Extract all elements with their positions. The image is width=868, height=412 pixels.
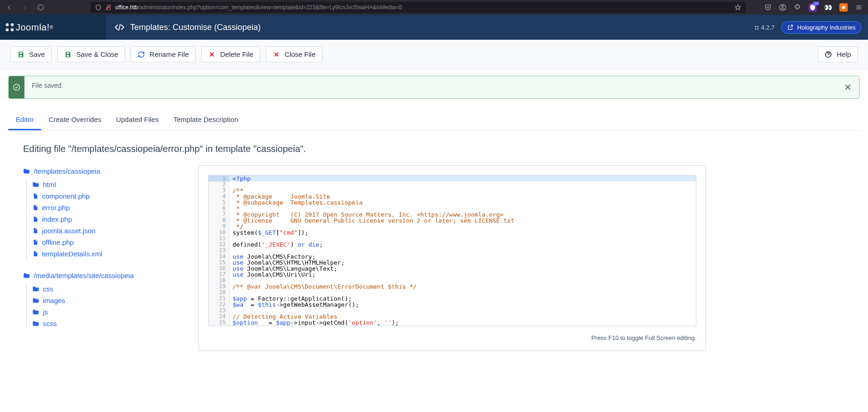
file-icon xyxy=(32,204,38,211)
extensions-icon[interactable] xyxy=(794,4,801,11)
tab-editor[interactable]: Editor xyxy=(8,109,41,130)
toolbar: Save Save & Close Rename File Delete Fil… xyxy=(0,40,868,69)
svg-point-14 xyxy=(757,28,759,30)
tree-root-templates[interactable]: /templates/cassiopeia xyxy=(23,167,189,175)
tab-updated-files[interactable]: Updated Files xyxy=(108,109,166,130)
bookmark-icon[interactable] xyxy=(735,4,741,11)
file-tree: /templates/cassiopeia html component.php… xyxy=(23,165,189,351)
browser-chrome: office.htb/administrator/index.php?optio… xyxy=(0,0,868,15)
file-icon xyxy=(32,239,38,246)
tree-item-asset[interactable]: joomla.asset.json xyxy=(32,225,189,236)
ext-foxyproxy-icon[interactable]: 👀 xyxy=(824,4,832,11)
success-alert: File saved. ✕ xyxy=(8,76,860,99)
tree-root-media[interactable]: /media/templates/site/cassiopeia xyxy=(23,272,189,279)
help-icon xyxy=(825,51,832,58)
save-close-button[interactable]: Save & Close xyxy=(57,46,125,62)
version-label: 4.2.7 xyxy=(754,24,775,31)
svg-point-12 xyxy=(757,26,759,27)
file-icon xyxy=(32,216,38,223)
joomla-logo[interactable]: Joomla!® xyxy=(0,21,106,33)
reload-icon[interactable] xyxy=(37,4,44,11)
pocket-icon[interactable] xyxy=(764,4,772,11)
folder-icon xyxy=(32,309,39,315)
svg-point-10 xyxy=(11,28,13,31)
success-icon xyxy=(9,76,24,98)
folder-icon xyxy=(32,297,39,303)
ext-badge-ublock[interactable]: 12 xyxy=(808,3,817,12)
joomla-header: Joomla!® Templates: Customise (Cassiopei… xyxy=(0,15,868,40)
alert-close-button[interactable]: ✕ xyxy=(837,76,859,98)
tree-item-scss[interactable]: scss xyxy=(32,318,189,329)
rename-file-button[interactable]: Rename File xyxy=(131,46,196,62)
code-icon xyxy=(114,22,125,32)
save-icon xyxy=(64,51,72,58)
svg-point-9 xyxy=(6,28,8,31)
url-path: /administrator/index.php?option=com_temp… xyxy=(138,4,401,11)
folder-icon xyxy=(32,182,39,188)
page-title: Templates: Customise (Cassiopeia) xyxy=(106,22,754,32)
folder-icon xyxy=(23,168,30,174)
x-icon xyxy=(273,51,280,58)
delete-file-button[interactable]: Delete File xyxy=(201,46,260,62)
folder-icon xyxy=(23,273,30,279)
tree-item-component[interactable]: component.php xyxy=(32,190,189,202)
editing-heading: Editing file "/templates/cassiopeia/erro… xyxy=(8,131,860,165)
tree-item-error[interactable]: error.php xyxy=(32,202,189,213)
fullscreen-hint: Press F10 to toggle Full Screen editing. xyxy=(208,326,696,341)
joomla-mini-icon xyxy=(754,25,760,30)
svg-point-7 xyxy=(6,23,8,26)
external-link-icon xyxy=(787,24,794,30)
tree-item-index[interactable]: index.php xyxy=(32,213,189,225)
save-button[interactable]: Save xyxy=(10,46,52,62)
svg-point-8 xyxy=(11,23,13,26)
ext-burp-icon[interactable]: ⬢ xyxy=(839,3,848,12)
svg-point-11 xyxy=(755,26,756,27)
tree-item-images[interactable]: images xyxy=(32,295,189,306)
account-icon[interactable] xyxy=(779,4,786,11)
folder-icon xyxy=(32,321,39,327)
tree-item-html[interactable]: html xyxy=(32,179,189,190)
open-site-button[interactable]: Holography Industries xyxy=(781,21,862,34)
tab-create-overrides[interactable]: Create Overrides xyxy=(41,109,108,130)
svg-point-13 xyxy=(755,28,756,30)
svg-point-16 xyxy=(13,84,19,90)
url-bar[interactable]: office.htb/administrator/index.php?optio… xyxy=(90,2,746,13)
tabs: Editor Create Overrides Updated Files Te… xyxy=(8,109,860,131)
forward-icon[interactable] xyxy=(21,4,29,11)
lock-icon xyxy=(105,4,112,11)
tree-item-js[interactable]: js xyxy=(32,306,189,318)
file-icon xyxy=(32,227,38,234)
tab-template-description[interactable]: Template Description xyxy=(166,109,245,130)
joomla-logo-icon xyxy=(4,21,16,33)
browser-extensions: 12 👀 ⬢ xyxy=(764,3,862,12)
svg-point-3 xyxy=(782,6,784,7)
menu-icon[interactable] xyxy=(855,4,862,11)
url-host: office.htb xyxy=(115,4,138,11)
code-editor-panel: 1<?php2 3/**4 * @package Joomla.Site5 * … xyxy=(198,165,706,351)
back-icon[interactable] xyxy=(6,4,13,11)
tree-item-css[interactable]: css xyxy=(32,283,189,295)
alert-message: File saved. xyxy=(24,76,837,98)
save-icon xyxy=(17,51,24,58)
file-icon xyxy=(32,250,38,257)
refresh-icon xyxy=(138,51,145,58)
help-button[interactable]: Help xyxy=(818,46,858,62)
close-file-button[interactable]: Close File xyxy=(266,46,323,62)
tree-item-templatedetails[interactable]: templateDetails.xml xyxy=(32,248,189,260)
tree-item-offline[interactable]: offline.php xyxy=(32,236,189,248)
file-icon xyxy=(32,193,38,200)
x-icon xyxy=(208,51,216,58)
shield-icon xyxy=(95,4,102,11)
folder-icon xyxy=(32,286,39,292)
code-editor[interactable]: 1<?php2 3/**4 * @package Joomla.Site5 * … xyxy=(208,175,696,326)
